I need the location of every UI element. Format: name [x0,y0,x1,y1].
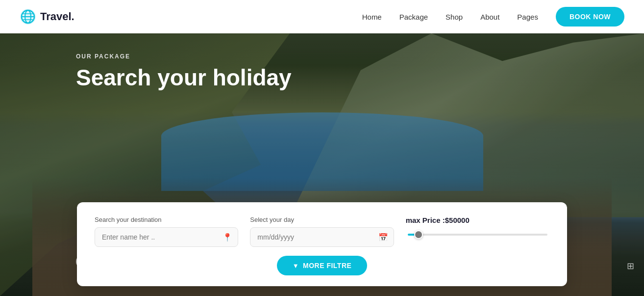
destination-input-wrap: 📍 [95,227,238,247]
hero-content: OUR PACKAGE Search your holiday [76,53,292,91]
price-field: max Price :$50000 [406,216,549,241]
more-filter-label: MORE FILTRE [303,262,351,269]
hero-title: Search your holiday [76,65,292,91]
max-price-text: max Price : [406,216,445,224]
day-input-wrap: 📅 [250,227,394,247]
search-fields: Search your destination 📍 Select your da… [95,216,549,247]
price-range-wrap [406,228,549,241]
max-price-label: max Price :$50000 [406,216,549,224]
logo-globe-icon [20,8,36,25]
logo[interactable]: Travel. [20,8,74,25]
price-range-slider[interactable] [408,234,547,236]
hero-subtitle: OUR PACKAGE [76,53,292,60]
nav-about[interactable]: About [480,13,499,21]
day-label: Select your day [250,216,394,223]
max-price-value: $50000 [445,216,470,224]
search-box: Search your destination 📍 Select your da… [77,202,567,286]
nav-links: Home Package Shop About Pages BOOK NOW [362,7,624,27]
nav-package[interactable]: Package [399,13,428,21]
corner-icons-right: ⊞ [627,261,634,271]
day-input[interactable] [250,227,394,247]
search-box-footer: ▼ MORE FILTRE [95,256,549,275]
filter-icon: ▼ [293,262,299,269]
nav-shop[interactable]: Shop [446,13,463,21]
navbar: Travel. Home Package Shop About Pages BO… [0,0,644,33]
nav-home[interactable]: Home [362,13,382,21]
logo-text: Travel. [40,10,74,23]
nav-pages[interactable]: Pages [517,13,538,21]
hero-section: OUR PACKAGE Search your holiday ↻ ⊚ ⊞ مو… [0,33,644,296]
grid-icon[interactable]: ⊞ [627,261,634,271]
destination-field: Search your destination 📍 [95,216,238,247]
more-filter-button[interactable]: ▼ MORE FILTRE [277,256,368,275]
book-now-button[interactable]: BOOK NOW [556,7,624,27]
day-field: Select your day 📅 [250,216,394,247]
destination-input[interactable] [95,227,238,247]
destination-label: Search your destination [95,216,238,223]
